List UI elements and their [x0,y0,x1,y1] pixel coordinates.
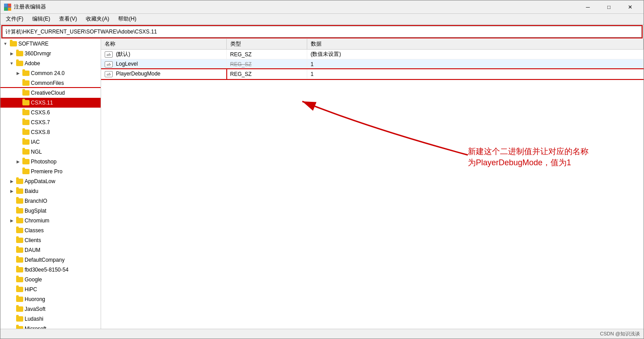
annotation-line1: 新建这个二进制值并让对应的名称 [468,147,589,156]
svg-rect-1 [8,4,11,7]
tree-item-fbd30ee5[interactable]: ▶ fbd30ee5-8150-54 [0,265,101,275]
tree-label-baidu: Baidu [25,188,38,194]
menu-bar: 文件(F)编辑(E)查看(V)收藏夹(A)帮助(H) [0,14,644,25]
table-row[interactable]: ab LogLevel REG_SZ 1 [101,59,644,69]
tree-item-premierepro[interactable]: ▶ Premiere Pro [0,167,101,176]
folder-icon [16,50,23,57]
tree-item-hipc[interactable]: ▶ HiPC [0,285,101,294]
folder-icon [22,100,30,106]
tree-item-huorong[interactable]: ▶ Huorong [0,294,101,304]
tree-item-javasoft[interactable]: ▶ JavaSoft [0,304,101,314]
menu-item[interactable]: 编辑(E) [29,14,54,24]
tree-label-common24: Common 24.0 [31,70,64,76]
tree-item-defaultcompany[interactable]: ▶ DefaultCompany [0,255,101,265]
tree-item-photoshop[interactable]: ▶ Photoshop [0,157,101,167]
tree-label-chromium: Chromium [25,218,49,224]
minimize-button[interactable]: ─ [578,0,598,14]
tree-panel[interactable]: ▼ SOFTWARE ▶ 360Drvmgr ▼ Adobe [0,39,101,329]
close-button[interactable]: ✕ [620,0,640,14]
folder-icon [16,316,23,322]
tree-item-adobe[interactable]: ▼ Adobe [0,59,101,68]
folder-icon [22,109,30,116]
menu-item[interactable]: 帮助(H) [114,14,140,24]
expand-icon: ▼ [2,41,8,47]
ab-icon: ab [105,51,113,58]
tree-item-baidu[interactable]: ▶ Baidu [0,186,101,196]
tree-item-chromium[interactable]: ▶ Chromium [0,216,101,226]
ab-icon: ab [105,61,113,67]
tree-item-csxs11[interactable]: ▶ CSXS.11 [0,98,101,108]
window-title: 注册表编辑器 [14,3,46,11]
arrow-svg [280,57,593,235]
tree-item-iac[interactable]: ▶ IAC [0,137,101,147]
tree-item-common24[interactable]: ▶ Common 24.0 [0,68,101,78]
folder-icon [16,276,23,283]
tree-item-google[interactable]: ▶ Google [0,275,101,285]
address-bar[interactable]: 计算机\HKEY_CURRENT_USER\SOFTWARE\Adobe\CSX… [2,26,642,38]
tree-label-360drvmgr: 360Drvmgr [25,50,51,57]
title-bar: 注册表编辑器 ─ □ ✕ [0,0,644,14]
annotation-overlay: 新建这个二进制值并让对应的名称 为PlayerDebugMode，值为1 [280,57,593,235]
col-type: 类型 [226,39,307,50]
tree-item-commonfiles[interactable]: ▶ CommonFiles [0,78,101,88]
folder-icon [16,326,23,329]
table-row-player-debug[interactable]: ab PlayerDebugMode REG_SZ 1 [101,69,644,79]
reg-name-value: (默认) [116,51,130,57]
folder-icon [16,227,23,234]
svg-rect-0 [4,4,7,7]
menu-item[interactable]: 文件(F) [2,14,27,24]
tree-label-bugsplat: BugSplat [25,208,47,214]
tree-label-software: SOFTWARE [18,41,49,47]
tree-label-csxs11: CSXS.11 [31,100,53,106]
expand-icon: ▼ [8,60,15,67]
status-right: CSDN @知识浅谈 [600,331,640,337]
tree-label-defaultcompany: DefaultCompany [25,257,64,263]
tree-label-creativecloud: CreativeCloud [31,90,65,96]
tree-item-csxs8[interactable]: ▶ CSXS.8 [0,127,101,137]
expand-icon: ▶ [15,70,21,76]
expand-icon: ▶ [8,218,15,224]
expand-icon: ▶ [8,178,15,184]
folder-icon [22,159,30,165]
tree-item-classes[interactable]: ▶ Classes [0,226,101,235]
table-row[interactable]: ab (默认) REG_SZ (数值未设置) [101,50,644,59]
tree-label-premierepro: Premiere Pro [31,168,63,175]
menu-item[interactable]: 查看(V) [55,14,80,24]
folder-icon [16,306,23,312]
status-bar: CSDN @知识浅谈 [0,329,644,339]
folder-icon [16,247,23,253]
tree-label-csxs7: CSXS.7 [31,119,50,126]
tree-item-ludashi[interactable]: ▶ Ludashi [0,314,101,324]
ab-icon: ab [105,71,113,77]
folder-icon [22,119,30,126]
tree-label-google: Google [25,276,42,283]
folder-icon [16,267,23,273]
registry-editor-window: 注册表编辑器 ─ □ ✕ 文件(F)编辑(E)查看(V)收藏夹(A)帮助(H) … [0,0,644,339]
folder-icon [16,237,23,243]
tree-item-ngl[interactable]: ▶ NGL [0,147,101,157]
reg-data-cell: 1 [307,69,644,79]
tree-item-360drvmgr[interactable]: ▶ 360Drvmgr [0,49,101,59]
tree-label-photoshop: Photoshop [31,159,56,165]
tree-item-creativecloud[interactable]: ▶ CreativeCloud [0,88,101,98]
menu-item[interactable]: 收藏夹(A) [82,14,113,24]
reg-name-value: LogLevel [116,61,138,67]
tree-item-daum[interactable]: ▶ DAUM [0,245,101,255]
tree-item-csxs7[interactable]: ▶ CSXS.7 [0,117,101,127]
tree-item-software[interactable]: ▼ SOFTWARE [0,39,101,49]
maximize-button[interactable]: □ [599,0,619,14]
title-controls: ─ □ ✕ [578,0,640,14]
expand-icon: ▶ [8,188,15,194]
tree-label-hipc: HiPC [25,286,37,293]
tree-item-branchio[interactable]: ▶ BranchIO [0,196,101,206]
folder-icon [16,188,23,194]
tree-item-clients[interactable]: ▶ Clients [0,235,101,245]
reg-name-cell: ab PlayerDebugMode [101,69,226,79]
tree-item-csxs6[interactable]: ▶ CSXS.6 [0,108,101,117]
registry-values-panel[interactable]: 名称 类型 数据 ab (默认) REG_SZ (数值未设置) [101,39,644,329]
annotation-line2: 为PlayerDebugMode，值为1 [468,158,571,167]
tree-item-microsoft[interactable]: ▶ Microsoft [0,324,101,329]
reg-type-cell: REG_SZ [226,69,307,79]
tree-item-appdatalow[interactable]: ▶ AppDataLow [0,176,101,186]
tree-item-bugsplat[interactable]: ▶ BugSplat [0,206,101,216]
